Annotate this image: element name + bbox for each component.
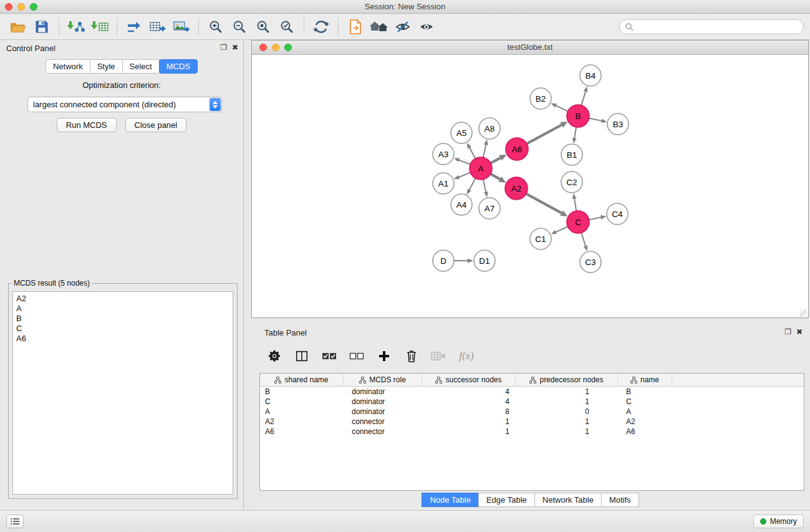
column-header-successor-nodes[interactable]: successor nodes — [422, 374, 516, 386]
table-cell[interactable]: C — [260, 397, 344, 407]
table-cell[interactable]: dominator — [344, 407, 422, 417]
table-cell[interactable]: A2 — [260, 417, 344, 427]
close-panel-button[interactable]: Close panel — [125, 118, 187, 132]
table-cell[interactable]: 4 — [422, 397, 516, 407]
graph-edge-C-C2[interactable] — [574, 199, 576, 211]
table-cell[interactable]: A2 — [618, 417, 672, 427]
network-graph[interactable]: B4B2BB3A5A8A6A3B1AC2A1A2A4A7C4CC1DD1C3 — [253, 56, 809, 317]
run-mcds-button[interactable]: Run MCDS — [57, 118, 117, 132]
graph-edge-C-C3[interactable] — [581, 233, 586, 246]
tab-network-table[interactable]: Network Table — [534, 493, 602, 507]
column-header-name[interactable]: name — [618, 374, 672, 386]
table-row[interactable]: A2connector11A2 — [260, 417, 804, 427]
home-button[interactable] — [367, 16, 391, 37]
float-panel-icon[interactable]: ❐ — [220, 43, 227, 52]
close-window-button[interactable] — [5, 3, 12, 11]
zoom-in-button[interactable] — [204, 16, 228, 37]
mcds-result-item[interactable]: B — [16, 314, 229, 324]
table-row[interactable]: Cdominator41C — [260, 397, 804, 407]
float-panel-icon[interactable]: ❐ — [784, 327, 791, 336]
graph-edge-A-A3[interactable] — [459, 160, 470, 165]
table-cell[interactable]: 1 — [422, 417, 516, 427]
column-header-predecessor-nodes[interactable]: predecessor nodes — [516, 374, 618, 386]
table-cell[interactable]: A6 — [618, 427, 672, 437]
table-cell[interactable]: A — [618, 407, 672, 417]
export-image-button[interactable] — [170, 16, 193, 37]
export-table-button[interactable] — [146, 16, 170, 37]
table-cell[interactable]: dominator — [344, 397, 422, 407]
table-cell[interactable]: 1 — [516, 417, 618, 427]
open-document-button[interactable] — [344, 16, 367, 37]
node-table[interactable]: shared nameMCDS rolesuccessor nodesprede… — [259, 373, 804, 491]
table-cell[interactable]: B — [618, 387, 672, 397]
network-minimize-button[interactable] — [272, 44, 279, 51]
close-panel-icon[interactable]: ✖ — [232, 43, 238, 52]
table-cell[interactable]: 1 — [516, 397, 618, 407]
zoom-fit-button[interactable] — [251, 16, 275, 37]
import-table-button[interactable] — [88, 16, 112, 37]
table-cell[interactable]: 1 — [422, 427, 516, 437]
tab-node-table[interactable]: Node Table — [422, 493, 479, 507]
graph-edge-A-A2[interactable] — [491, 174, 500, 180]
search-input[interactable] — [636, 22, 798, 31]
graph-edge-B-B1[interactable] — [574, 127, 576, 138]
graph-edge-A-A8[interactable] — [483, 145, 486, 157]
table-cell[interactable]: 8 — [422, 407, 516, 417]
network-close-button[interactable] — [259, 44, 267, 51]
tab-mcds[interactable]: MCDS — [159, 59, 198, 74]
tab-select[interactable]: Select — [122, 59, 160, 74]
create-column-button[interactable] — [375, 347, 393, 365]
close-panel-icon[interactable]: ✖ — [796, 327, 803, 336]
show-graphics-button[interactable] — [415, 16, 438, 37]
mcds-result-item[interactable]: A6 — [16, 334, 229, 344]
table-cell[interactable]: 1 — [516, 427, 618, 437]
mcds-result-item[interactable]: C — [16, 324, 229, 334]
table-cell[interactable]: A — [260, 407, 344, 417]
zoom-out-button[interactable] — [228, 16, 251, 37]
graph-edge-A-A7[interactable] — [483, 180, 486, 192]
table-settings-button[interactable] — [265, 347, 284, 365]
column-header-shared-name[interactable]: shared name — [260, 374, 344, 386]
graph-edge-A-A6[interactable] — [491, 158, 501, 163]
column-header-mcds-role[interactable]: MCDS role — [344, 374, 422, 386]
graph-edge-A2-C[interactable] — [526, 194, 562, 213]
graph-edge-A-A1[interactable] — [459, 173, 470, 177]
zoom-selected-button[interactable] — [275, 16, 299, 37]
graph-edge-A6-B[interactable] — [527, 125, 562, 143]
graph-edge-B-B3[interactable] — [589, 118, 602, 121]
graph-edge-A-A4[interactable] — [470, 178, 476, 190]
table-cell[interactable]: 0 — [516, 407, 618, 417]
window-resize-grip[interactable] — [800, 309, 808, 317]
search-field[interactable] — [619, 19, 804, 34]
tab-network[interactable]: Network — [46, 59, 90, 74]
table-cell[interactable]: dominator — [344, 387, 422, 397]
table-cell[interactable]: C — [618, 397, 672, 407]
destroy-table-button[interactable] — [430, 347, 448, 365]
deselect-all-button[interactable] — [347, 347, 366, 365]
table-cell[interactable]: 4 — [422, 387, 516, 397]
zoom-window-button[interactable] — [30, 3, 37, 11]
tab-style[interactable]: Style — [90, 59, 123, 74]
apply-layout-button[interactable] — [309, 16, 333, 37]
open-session-button[interactable] — [6, 16, 30, 37]
graph-edge-B-B4[interactable] — [581, 92, 586, 105]
export-network-button[interactable] — [122, 16, 146, 37]
show-columns-button[interactable] — [292, 347, 311, 365]
memory-button[interactable]: Memory — [753, 515, 804, 528]
network-canvas[interactable]: B4B2BB3A5A8A6A3B1AC2A1A2A4A7C4CC1DD1C3 — [253, 56, 808, 317]
graph-edge-C-C4[interactable] — [589, 217, 601, 220]
table-cell[interactable]: connector — [344, 417, 422, 427]
table-row[interactable]: Adominator80A — [260, 407, 804, 417]
table-cell[interactable]: B — [260, 387, 344, 397]
network-zoom-button[interactable] — [284, 44, 292, 51]
table-cell[interactable]: A6 — [260, 427, 344, 437]
criterion-dropdown[interactable]: largest connected component (directed) — [27, 97, 222, 112]
save-session-button[interactable] — [30, 16, 54, 37]
graph-edge-C-C1[interactable] — [556, 226, 568, 232]
tab-edge-table[interactable]: Edge Table — [478, 493, 535, 507]
table-cell[interactable]: 1 — [516, 387, 618, 397]
function-builder-button[interactable]: f(x) — [457, 347, 476, 365]
table-cell[interactable]: connector — [344, 427, 422, 437]
graph-edge-B-B2[interactable] — [556, 105, 567, 111]
graph-edge-A-A5[interactable] — [470, 148, 476, 158]
